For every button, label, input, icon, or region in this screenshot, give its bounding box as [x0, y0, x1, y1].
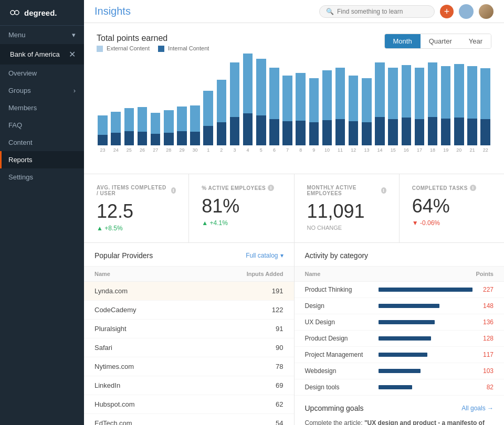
bar-stack — [413, 68, 425, 145]
bar-label: 27 — [153, 147, 158, 153]
table-row: Safari90 — [84, 338, 294, 357]
bar-stack — [348, 76, 360, 145]
org-selector[interactable]: Bank of America ✕ — [0, 44, 84, 65]
bar-stack — [110, 112, 122, 145]
bar-group: 11 — [334, 68, 346, 153]
bar-internal-segment — [335, 119, 345, 145]
table-row: LinkedIn69 — [84, 376, 294, 395]
chart-header: Total points earned External Content Int… — [97, 34, 491, 52]
search-box[interactable]: 🔍 — [319, 5, 435, 18]
goals-header: Upcomming goals All goals → — [305, 404, 494, 412]
add-button[interactable]: + — [440, 5, 454, 18]
bar-stack — [453, 64, 465, 145]
avatar-placeholder — [459, 4, 474, 19]
bar-external-segment — [388, 68, 398, 119]
bar-group: 3 — [228, 62, 240, 153]
activity-bar — [379, 369, 421, 373]
bar-external-segment — [177, 107, 187, 131]
period-btn-month[interactable]: Month — [385, 34, 421, 48]
sidebar-item-reports[interactable]: Reports — [0, 151, 84, 168]
logo-area: degreed. — [0, 0, 84, 26]
stat-change: ▲ +4.1% — [202, 219, 281, 227]
bar-label: 5 — [260, 147, 262, 153]
bar-group: 10 — [321, 70, 333, 153]
bar-group: 27 — [150, 113, 162, 153]
bar-internal-segment — [98, 135, 108, 145]
user-avatar[interactable] — [479, 4, 494, 19]
bar-external-segment — [98, 115, 108, 135]
bar-label: 15 — [391, 147, 396, 153]
sidebar-item-members[interactable]: Members — [0, 99, 84, 116]
bar-group: 30 — [189, 105, 201, 153]
bar-stack — [136, 107, 148, 145]
activity-bar — [379, 304, 440, 308]
info-icon[interactable]: i — [470, 185, 476, 191]
sidebar-item-overview[interactable]: Overview — [0, 65, 84, 82]
logo-text: degreed. — [24, 8, 57, 17]
bar-external-segment — [375, 62, 385, 117]
main-content: Insights 🔍 + Total points earned Exter — [84, 0, 504, 425]
info-icon[interactable]: i — [381, 187, 386, 194]
bar-group: 7 — [281, 76, 293, 153]
activity-val: 136 — [478, 318, 494, 326]
provider-val: 62 — [276, 400, 283, 408]
bar-stack — [150, 113, 162, 145]
dropdown-icon: ▾ — [280, 252, 284, 259]
bar-external-segment — [243, 54, 253, 113]
bar-group: 12 — [348, 76, 360, 153]
provider-name: CodeCademy — [94, 306, 136, 314]
bar-external-segment — [282, 76, 292, 121]
info-icon[interactable]: i — [268, 185, 274, 191]
sidebar-item-faq[interactable]: FAQ — [0, 116, 84, 134]
activity-bar-container — [379, 369, 473, 373]
bar-group: 8 — [295, 73, 307, 153]
providers-link[interactable]: Full catalog ▾ — [246, 252, 283, 259]
stat-change: ▲ +8.5% — [97, 225, 176, 232]
bar-label: 24 — [113, 147, 119, 153]
stat-change: ▼ -0.06% — [412, 219, 491, 227]
activity-name: Project Management — [305, 351, 373, 358]
stat-value: 12.5 — [97, 200, 176, 222]
menu-chevron-icon: ▾ — [72, 31, 76, 39]
org-close-icon[interactable]: ✕ — [69, 49, 76, 59]
bar-internal-segment — [111, 133, 121, 145]
activity-bar-container — [379, 320, 473, 324]
bar-label: 6 — [273, 147, 276, 153]
sidebar-item-content[interactable]: Content — [0, 134, 84, 151]
bar-stack — [400, 65, 412, 145]
sidebar-item-settings[interactable]: Settings — [0, 168, 84, 186]
bar-external-segment — [402, 65, 412, 118]
activity-bar-container — [379, 385, 473, 389]
bar-stack — [361, 78, 373, 145]
sidebar-item-groups[interactable]: Groups› — [0, 82, 84, 99]
bar-stack — [189, 105, 201, 145]
period-btn-year[interactable]: Year — [460, 34, 491, 48]
bar-chart: 2324252627282930123456789101112131415161… — [97, 58, 491, 163]
stat-label: % ACTIVE EMPLOYEESi — [202, 185, 281, 191]
chart-section: Total points earned External Content Int… — [84, 23, 504, 174]
bar-stack — [268, 68, 280, 145]
provider-name: Nytimes.com — [94, 363, 134, 370]
goals-section: Upcomming goals All goals → Complete the… — [295, 396, 505, 425]
bar-internal-segment — [151, 134, 161, 145]
bar-internal-segment — [480, 119, 490, 145]
bar-internal-segment — [282, 121, 292, 145]
bar-label: 18 — [430, 147, 435, 153]
bar-internal-segment — [164, 133, 174, 145]
bar-internal-segment — [217, 122, 227, 145]
info-icon[interactable]: i — [171, 187, 176, 194]
goals-link[interactable]: All goals → — [461, 405, 494, 412]
activity-name: Product Design — [305, 335, 373, 342]
sidebar-nav: OverviewGroups›MembersFAQContentReportsS… — [0, 65, 84, 186]
bar-label: 8 — [299, 147, 302, 153]
providers-panel: Popular Providers Full catalog ▾ Name In… — [84, 243, 295, 425]
period-btn-quarter[interactable]: Quarter — [421, 34, 460, 48]
activity-bar-container — [379, 336, 473, 341]
menu-toggle[interactable]: Menu ▾ — [0, 26, 84, 44]
bar-group: 24 — [110, 112, 122, 153]
bar-internal-segment — [230, 117, 240, 145]
legend-internal: Internal Content — [158, 45, 209, 52]
legend-internal-dot — [158, 46, 164, 52]
search-input[interactable] — [337, 8, 428, 15]
activity-name: Design tools — [305, 384, 373, 391]
